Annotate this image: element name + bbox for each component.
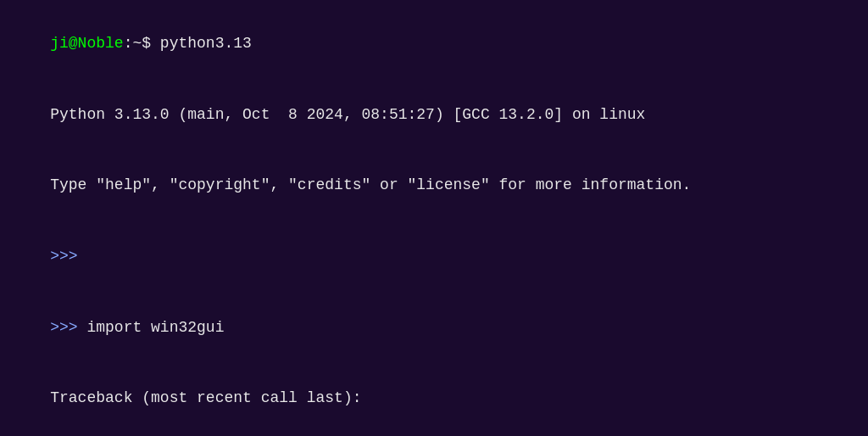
username-host: ji@Noble (50, 35, 123, 52)
line-1: ji@Noble:~$ python3.13 (14, 8, 854, 80)
line-3: Type "help", "copyright", "credits" or "… (14, 150, 854, 221)
python-version-text: Python 3.13.0 (main, Oct 8 2024, 08:51:2… (50, 106, 645, 123)
line-6: Traceback (most recent call last): (14, 363, 854, 434)
terminal-window[interactable]: ji@Noble:~$ python3.13 Python 3.13.0 (ma… (0, 0, 868, 436)
command-text: :~$ python3.13 (124, 35, 252, 52)
repl-prompt-2: >>> (50, 319, 86, 336)
line-4: >>> (14, 221, 854, 293)
type-help-text: Type "help", "copyright", "credits" or "… (50, 176, 691, 193)
line-2: Python 3.13.0 (main, Oct 8 2024, 08:51:2… (14, 80, 854, 151)
traceback-text: Traceback (most recent call last): (50, 389, 361, 406)
line-5: >>> import win32gui (14, 293, 854, 364)
repl-prompt-1: >>> (50, 248, 86, 265)
import-command: import win32gui (86, 319, 224, 336)
